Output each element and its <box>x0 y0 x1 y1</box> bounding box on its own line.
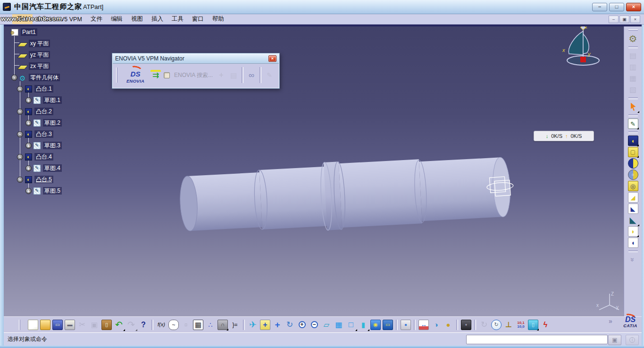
fit-all-in-icon[interactable]: + <box>260 320 270 330</box>
iso-view-icon[interactable]: □ <box>346 320 356 330</box>
draft-angle-icon[interactable]: ◣ <box>628 215 638 225</box>
collapse-icon[interactable]: - <box>17 86 23 92</box>
menu-item-insert[interactable]: 插入 <box>147 14 167 24</box>
undo-icon[interactable]: ↶ <box>114 320 124 330</box>
close-button[interactable]: × <box>626 3 641 11</box>
rotate-icon[interactable]: ↻ <box>284 320 295 330</box>
hide-show-icon[interactable]: ◉ <box>370 320 381 330</box>
current-workbench-icon[interactable]: ⚙ <box>628 34 638 44</box>
tree-item-pad-4[interactable]: -凸台.4 <box>17 152 53 161</box>
tree-item-sketch-1[interactable]: +草图.1 <box>25 95 62 105</box>
menu-item-enovia[interactable]: ENOVIA V5 VPM <box>33 15 86 24</box>
interrupt-update-icon[interactable]: ϟ <box>540 320 551 330</box>
normal-view-icon[interactable]: ▱ <box>321 320 332 330</box>
mdi-restore-button[interactable]: ▣ <box>619 16 629 23</box>
tree-item-pad-5[interactable]: -凸台.5 <box>17 175 53 184</box>
relations-icon[interactable]: ∴ <box>205 320 216 330</box>
expand-icon[interactable]: + <box>25 165 32 171</box>
expand-icon[interactable]: + <box>25 97 32 103</box>
axis-system-icon[interactable]: ⊥ <box>503 320 514 330</box>
new-file-icon[interactable] <box>28 320 38 330</box>
tree-item-zx-plane[interactable]: zx 平面 <box>19 61 50 71</box>
menu-item-window[interactable]: 窗口 <box>188 14 208 24</box>
expand-icon[interactable]: + <box>25 188 32 194</box>
collapse-icon[interactable]: - <box>11 75 17 81</box>
zoom-in-icon[interactable]: + <box>297 320 307 330</box>
toolbar-grip[interactable] <box>628 29 638 31</box>
chamfer-icon[interactable]: ◖ <box>628 238 638 248</box>
swap-visible-space-icon[interactable]: ▭ <box>383 320 393 330</box>
print-icon[interactable]: ▬ <box>65 320 75 330</box>
comment-icon[interactable]: ~ <box>168 320 179 330</box>
power-input[interactable] <box>466 335 608 344</box>
zoom-out-icon[interactable]: − <box>309 320 319 330</box>
minimize-button[interactable]: – <box>592 3 607 11</box>
enovia-window-titlebar[interactable]: ENOVIA V5 VPM Navigator × <box>112 53 279 64</box>
toolbar-scroll-chevron[interactable]: » <box>628 255 638 265</box>
catalog-browser-icon[interactable]: ● <box>401 320 411 330</box>
enovia-connect-icon[interactable]: ∞ <box>246 70 257 80</box>
measure-item-icon[interactable]: ◑ <box>431 320 441 330</box>
units-precision-icon[interactable]: 10,110,0 <box>516 320 526 330</box>
pan-icon[interactable]: + <box>272 320 283 330</box>
groove-tool-icon[interactable]: ○ <box>628 170 638 180</box>
shaft-tool-icon[interactable] <box>628 158 638 169</box>
hole-tool-icon[interactable]: ◎ <box>628 181 638 191</box>
3d-viewport[interactable]: Part1xy 平面yz 平面zx 平面-零件几何体-凸台.1+草图.1-凸台.… <box>4 26 624 316</box>
expand-icon[interactable]: + <box>25 120 32 126</box>
fly-mode-icon[interactable]: ✈ <box>248 320 258 330</box>
select-icon[interactable] <box>628 102 638 112</box>
tree-item-sketch-3[interactable]: +草图.3 <box>25 141 62 150</box>
maximize-button[interactable]: □ <box>609 3 624 11</box>
rib-tool-icon[interactable]: ◢ <box>628 192 638 203</box>
toolbar-grip[interactable] <box>116 68 117 83</box>
enovia-close-button[interactable]: × <box>268 55 276 62</box>
collapse-icon[interactable]: - <box>17 154 23 160</box>
tree-item-sketch-2[interactable]: +草图.2 <box>25 118 62 127</box>
tree-item-part-body[interactable]: -零件几何体 <box>11 73 60 82</box>
camera-icon[interactable]: ● <box>461 320 471 330</box>
tree-item-sketch-5[interactable]: +草图.5 <box>25 186 62 195</box>
edge-fillet-icon[interactable]: ◗ <box>628 226 638 237</box>
network-speed-widget[interactable]: ↓ 0K/S ↑ 0K/S <box>534 131 594 141</box>
navigation-sphere-icon[interactable]: ↻ <box>491 320 502 330</box>
open-folder-icon[interactable] <box>40 320 50 330</box>
enovia-navigator-window[interactable]: ENOVIA V5 VPM Navigator × DS ENOVIA ⇉ENO… <box>112 53 280 89</box>
enovia-transfer-icon[interactable]: ⇉ <box>151 70 161 80</box>
sketcher-icon[interactable]: ✎ <box>628 119 638 129</box>
dialog-window-button[interactable]: ▣ <box>608 335 621 345</box>
equivalent-dimensions-icon[interactable]: }= <box>230 320 240 330</box>
compass-base-handle[interactable] <box>580 57 586 62</box>
tree-item-pad-2[interactable]: -凸台.2 <box>17 107 53 116</box>
menu-item-start[interactable]: 开始 <box>12 14 33 24</box>
menu-item-view[interactable]: 视图 <box>127 14 147 24</box>
menu-item-file[interactable]: 文件 <box>86 14 107 24</box>
save-icon[interactable]: ▭ <box>52 320 63 330</box>
mass-properties-icon[interactable]: ● <box>443 320 453 330</box>
tree-item-xy-plane[interactable]: xy 平面 <box>19 39 50 48</box>
tree-item-pad-1[interactable]: -凸台.1 <box>17 84 53 93</box>
slot-tool-icon[interactable]: ◣ <box>628 204 638 214</box>
tree-item-yz-plane[interactable]: yz 平面 <box>19 50 50 59</box>
only-current-body-icon[interactable]: ▯ <box>528 320 538 330</box>
lock-icon[interactable]: ∩ <box>217 320 228 330</box>
mdi-minimize-button[interactable]: – <box>609 16 619 23</box>
multi-view-icon[interactable]: ▦ <box>334 320 344 330</box>
collapse-icon[interactable]: - <box>17 131 23 137</box>
tree-item-sketch-4[interactable]: +草图.4 <box>25 163 62 173</box>
menu-item-tools[interactable]: 工具 <box>167 14 188 24</box>
render-style-icon[interactable]: ▮ <box>358 320 368 330</box>
collapse-icon[interactable]: - <box>17 177 23 183</box>
mdi-close-button[interactable]: × <box>630 16 640 23</box>
design-table-icon[interactable]: ▦ <box>193 320 203 330</box>
toolbar-grip[interactable] <box>19 320 20 330</box>
pad-tool-icon[interactable]: ◖ <box>628 136 638 146</box>
paste-icon[interactable]: ▯ <box>101 320 112 330</box>
expand-icon[interactable]: + <box>25 143 32 149</box>
context-help-icon[interactable]: ? <box>138 320 149 330</box>
toolbar-overflow-chevron[interactable]: » <box>609 317 612 325</box>
shaft-model[interactable] <box>178 153 512 238</box>
tree-item-pad-3[interactable]: -凸台.3 <box>17 129 53 139</box>
tree-item-part1[interactable]: Part1 <box>11 27 37 37</box>
measure-between-icon[interactable]: ↔ <box>418 320 429 330</box>
